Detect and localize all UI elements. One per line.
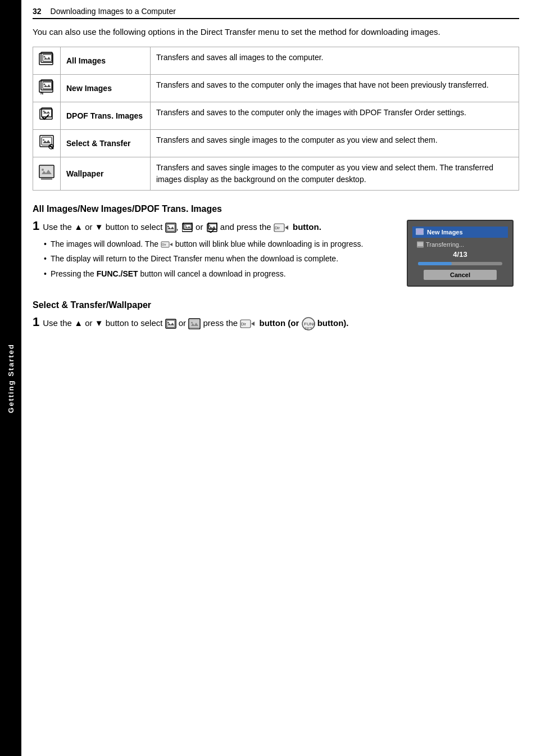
camera-screen-col: New Images Transferring... 4/13 Cancel	[407, 220, 519, 287]
step1-text: Use the ▲ or ▼ button to select , or and…	[43, 221, 396, 234]
svg-point-26	[185, 225, 186, 226]
screen-title-text: New Images	[427, 229, 463, 236]
table-desc-3: Transfers and saves to the computer only…	[151, 102, 519, 129]
section1-heading: All Images/New Images/DPOF Trans. Images	[33, 204, 519, 214]
table-label-1: All Images	[61, 47, 151, 74]
camera-screen: New Images Transferring... 4/13 Cancel	[407, 220, 514, 287]
svg-rect-44	[189, 328, 199, 329]
svg-point-43	[191, 322, 193, 323]
section1: All Images/New Images/DPOF Trans. Images…	[33, 204, 519, 287]
screen-title: New Images	[412, 227, 508, 238]
svg-text:Dir: Dir	[241, 322, 247, 326]
svg-rect-17	[40, 166, 53, 176]
svg-rect-38	[166, 319, 176, 328]
svg-point-3	[44, 56, 46, 57]
svg-rect-21	[167, 224, 175, 231]
svg-rect-6	[43, 82, 52, 89]
table-icon	[33, 102, 61, 129]
table-icon	[33, 47, 61, 74]
svg-rect-37	[417, 242, 423, 246]
svg-point-40	[167, 322, 169, 323]
section1-step1: 1 Use the ▲ or ▼ button to select , or a…	[33, 220, 519, 287]
intro-text: You can also use the following options i…	[33, 26, 519, 39]
svg-point-11	[43, 110, 45, 112]
table-desc-2: Transfers and saves to the computer only…	[151, 74, 519, 102]
table-row: DPOF Trans. Images Transfers and saves t…	[33, 102, 519, 129]
sidebar: Getting Started	[0, 0, 21, 756]
page-number: 32	[33, 7, 42, 16]
bullet-item: The display will return to the Direct Tr…	[44, 252, 396, 265]
step1-line: 1 Use the ▲ or ▼ button to select , or a…	[33, 220, 396, 234]
svg-rect-39	[167, 320, 175, 327]
svg-point-7	[44, 83, 46, 85]
section2-step1-text: Use the ▲ or ▼ button to select or press…	[43, 317, 519, 331]
page-header: 32 Downloading Images to a Computer	[33, 7, 519, 19]
svg-rect-13	[42, 137, 52, 145]
section2: Select & Transfer/Wallpaper 1 Use the ▲ …	[33, 300, 519, 331]
svg-point-22	[167, 225, 169, 227]
table-row: Wallpaper Transfers and saves single ima…	[33, 157, 519, 190]
svg-text:Dir: Dir	[162, 243, 166, 246]
table-icon	[33, 129, 61, 157]
step1-number: 1	[33, 220, 39, 232]
svg-point-18	[42, 169, 44, 171]
bullet-item: Pressing the FUNC./SET button will cance…	[44, 268, 396, 280]
table-desc-1: Transfers and saves all images to the co…	[151, 47, 519, 74]
bullet-item: The images will download. The Dir button…	[44, 238, 396, 250]
svg-rect-42	[190, 320, 199, 328]
transfer-table: All Images Transfers and saves all image…	[33, 47, 519, 191]
screen-bar	[418, 262, 502, 265]
svg-text:SET: SET	[305, 327, 312, 331]
table-row: N New Images Transfers and saves to the …	[33, 74, 519, 102]
svg-rect-35	[416, 229, 423, 234]
table-label-5: Wallpaper	[61, 157, 151, 190]
svg-point-29	[208, 225, 210, 226]
screen-icon	[416, 228, 424, 237]
main-content: 32 Downloading Images to a Computer You …	[21, 0, 536, 756]
table-desc-4: Transfers and saves single images to the…	[151, 129, 519, 157]
table-row: All Images Transfers and saves all image…	[33, 47, 519, 74]
section2-step1-number: 1	[33, 316, 39, 328]
screen-bar-fill	[418, 262, 452, 265]
table-desc-5: Transfers and saves single images to the…	[151, 157, 519, 190]
svg-rect-25	[184, 224, 191, 229]
table-label-3: DPOF Trans. Images	[61, 102, 151, 129]
page-wrapper: Getting Started 32 Downloading Images to…	[0, 0, 536, 756]
svg-point-14	[43, 139, 44, 141]
screen-count: 4/13	[412, 250, 508, 259]
table-row: Select & Transfer Transfers and saves si…	[33, 129, 519, 157]
section2-step1-line: 1 Use the ▲ or ▼ button to select or pre…	[33, 316, 519, 331]
step1-bullets: The images will download. The Dir button…	[33, 238, 396, 280]
step-text-col: 1 Use the ▲ or ▼ button to select , or a…	[33, 220, 396, 286]
page-title: Downloading Images to a Computer	[51, 7, 176, 16]
table-icon: N	[33, 74, 61, 102]
svg-text:N: N	[40, 91, 43, 95]
svg-rect-2	[43, 55, 52, 61]
svg-rect-19	[41, 178, 52, 180]
sidebar-label: Getting Started	[7, 343, 15, 413]
screen-status: Transferring...	[412, 241, 508, 248]
table-label-2: New Images	[61, 74, 151, 102]
table-icon	[33, 157, 61, 190]
screen-cancel: Cancel	[424, 270, 497, 280]
svg-text:Dir: Dir	[275, 226, 280, 230]
svg-text:FUNC: FUNC	[304, 322, 315, 327]
table-label-4: Select & Transfer	[61, 129, 151, 157]
section2-heading: Select & Transfer/Wallpaper	[33, 300, 519, 310]
